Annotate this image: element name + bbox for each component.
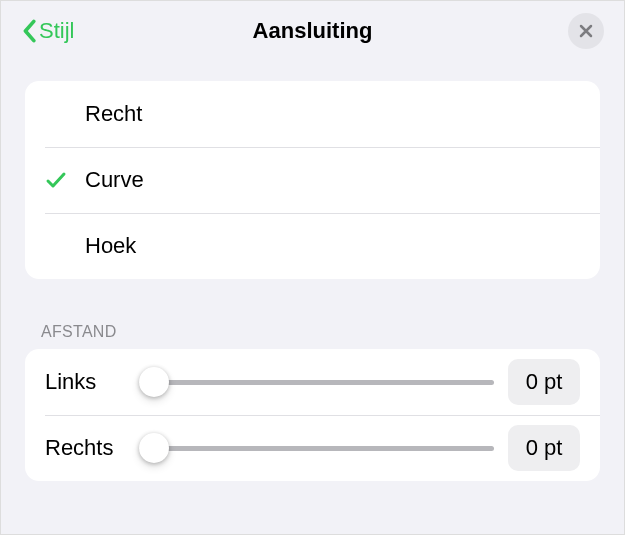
option-label: Hoek	[85, 233, 136, 259]
slider-thumb[interactable]	[139, 367, 169, 397]
connection-option-recht[interactable]: Recht	[25, 81, 600, 147]
check-area	[45, 169, 85, 191]
distance-right-value[interactable]: 0 pt	[508, 425, 580, 471]
back-button[interactable]: Stijl	[21, 18, 74, 44]
distance-left-value[interactable]: 0 pt	[508, 359, 580, 405]
distance-section-header: AFSTAND	[1, 299, 624, 349]
distance-left-row: Links 0 pt	[25, 349, 600, 415]
distance-right-row: Rechts 0 pt	[25, 415, 600, 481]
checkmark-icon	[45, 169, 67, 191]
slider-rail	[139, 446, 494, 451]
panel-header: Stijl Aansluiting	[1, 1, 624, 61]
distance-left-slider[interactable]	[139, 367, 494, 397]
distance-right-label: Rechts	[45, 435, 125, 461]
option-label: Recht	[85, 101, 142, 127]
slider-rail	[139, 380, 494, 385]
slider-thumb[interactable]	[139, 433, 169, 463]
chevron-left-icon	[21, 19, 37, 43]
connection-option-curve[interactable]: Curve	[25, 147, 600, 213]
panel-title: Aansluiting	[253, 18, 373, 44]
connection-option-hoek[interactable]: Hoek	[25, 213, 600, 279]
distance-group: Links 0 pt Rechts 0 pt	[25, 349, 600, 481]
distance-left-label: Links	[45, 369, 125, 395]
distance-right-slider[interactable]	[139, 433, 494, 463]
connection-type-list: Recht Curve Hoek	[25, 81, 600, 279]
close-icon	[578, 23, 594, 39]
option-label: Curve	[85, 167, 144, 193]
back-label: Stijl	[39, 18, 74, 44]
close-button[interactable]	[568, 13, 604, 49]
